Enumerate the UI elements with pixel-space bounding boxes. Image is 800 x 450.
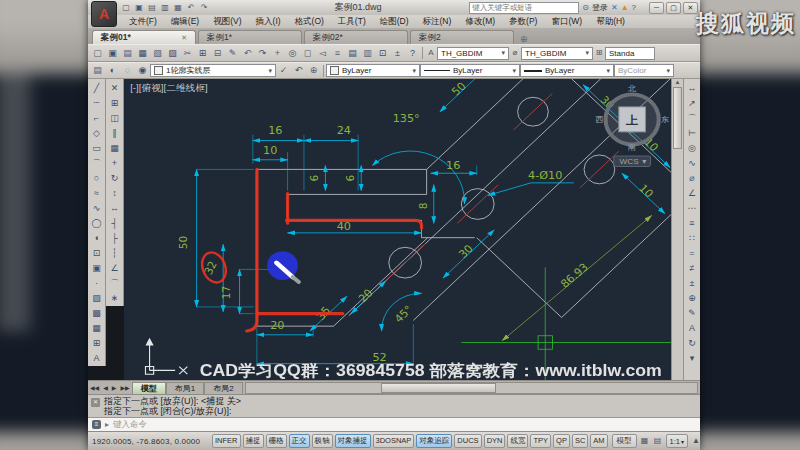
array-icon[interactable]: ▦ [107, 141, 122, 156]
new-icon[interactable]: ▢ [90, 46, 105, 61]
status-toggle-对象追踪[interactable]: 对象追踪 [416, 434, 452, 448]
table-style-select[interactable]: Standa [605, 47, 655, 60]
status-toggle-tpy[interactable]: TPY [530, 434, 551, 448]
menubar-item[interactable]: 视图(V) [206, 16, 248, 28]
trim-icon[interactable]: ┤ [107, 216, 122, 231]
line-icon[interactable]: ╱ [89, 81, 104, 96]
ellipse-arc-icon[interactable]: ◖ [89, 231, 104, 246]
dim-space-icon[interactable]: = [685, 246, 700, 261]
status-toggle-ducs[interactable]: DUCS [454, 434, 481, 448]
lock-icon[interactable]: ▲ [621, 3, 629, 12]
publish-icon[interactable]: ▨ [165, 46, 180, 61]
save-as-icon[interactable]: ▥ [159, 2, 171, 13]
layout-tab[interactable]: 布局2 [204, 382, 242, 394]
properties-icon[interactable]: ≡ [330, 46, 345, 61]
fillet-icon[interactable]: ⌒ [107, 276, 122, 291]
autocad-logo-icon[interactable]: A [91, 1, 117, 27]
file-tab[interactable]: 案例1* [198, 30, 302, 44]
dim-text-edit-icon[interactable]: A [685, 321, 700, 336]
tab-next-icon[interactable]: ▶ [110, 384, 119, 391]
save-icon[interactable]: ▤ [120, 46, 135, 61]
status-toggle-捕捉[interactable]: 捕捉 [243, 434, 264, 448]
menubar-item[interactable]: 帮助(H) [589, 16, 632, 28]
status-toggle-3dosnap[interactable]: 3DOSNAP [373, 434, 415, 448]
undo-icon[interactable]: ↶ [240, 46, 255, 61]
command-input[interactable]: 键入命令 [113, 419, 147, 431]
new-tab-icon[interactable]: ⊕ [520, 34, 528, 44]
model-viewport[interactable]: 1624106650135°164084-Ø105030101030173220… [124, 79, 671, 380]
scroll-up-icon[interactable]: ▲ [675, 79, 681, 85]
move-icon[interactable]: + [107, 156, 122, 171]
explode-icon[interactable]: ∗ [107, 291, 122, 306]
polyline-icon[interactable]: ⌐ [89, 111, 104, 126]
exchange-icon[interactable]: ✕ [611, 3, 618, 12]
menubar-item[interactable]: 插入(I) [249, 16, 288, 28]
dim-update-icon[interactable]: ↻ [685, 336, 700, 351]
restore-button[interactable]: ▢ [666, 2, 681, 14]
coordinates-readout[interactable]: 1920.0005, -76.8603, 0.0000 [92, 437, 210, 446]
help-icon[interactable]: ? [632, 3, 636, 12]
menubar-item[interactable]: 工具(T) [331, 16, 373, 28]
center-mark-icon[interactable]: ⊕ [685, 291, 700, 306]
undo-icon[interactable]: ↶ [185, 2, 197, 13]
zoom-previous-icon[interactable]: ◅ [315, 46, 330, 61]
make-block-icon[interactable]: ▣ [89, 261, 104, 276]
close-icon[interactable]: ✕ [181, 31, 187, 44]
dim-angular-icon[interactable]: ∠ [685, 186, 700, 201]
zoom-realtime-icon[interactable]: ◎ [285, 46, 300, 61]
copy-clip-icon[interactable]: ⊞ [195, 46, 210, 61]
designcenter-icon[interactable]: ▤ [345, 46, 360, 61]
layer-freeze-icon[interactable]: ◌ [120, 63, 135, 78]
mtext-icon[interactable]: A [89, 351, 104, 366]
dim-radius-icon[interactable]: ◎ [685, 141, 700, 156]
rectangle-icon[interactable]: ▭ [89, 141, 104, 156]
dim-edit-icon[interactable]: ✎ [685, 306, 700, 321]
status-toggle-线宽[interactable]: 线宽 [507, 434, 528, 448]
horizontal-scrollbar[interactable] [245, 382, 698, 394]
layout-tab[interactable]: 布局1 [166, 382, 204, 394]
ellipse-icon[interactable]: ◯ [89, 216, 104, 231]
rotate-icon[interactable]: ↻ [107, 171, 122, 186]
new-icon[interactable]: ▢ [120, 2, 132, 13]
annotation-visibility-icon[interactable]: ▲ [690, 435, 700, 447]
sheet-set-manager-icon[interactable]: ⊡ [375, 46, 390, 61]
hscroll-thumb[interactable] [381, 383, 496, 393]
menubar-item[interactable]: 标注(N) [416, 16, 459, 28]
layer-select[interactable]: 1轮廓实线层▾ [150, 64, 276, 77]
dim-style-icon[interactable]: ▾ [685, 351, 700, 366]
scale-icon[interactable]: ↕ [107, 186, 122, 201]
plot-icon[interactable]: ▦ [172, 2, 184, 13]
spline-icon[interactable]: ∿ [89, 201, 104, 216]
layer-on-off-icon[interactable]: ◐ [105, 63, 120, 78]
quickcalc-icon[interactable]: ± [390, 46, 405, 61]
dim-aligned-icon[interactable]: ↗ [685, 96, 700, 111]
status-toggle-栅格[interactable]: 栅格 [266, 434, 287, 448]
status-toggle-对象捕捉[interactable]: 对象捕捉 [335, 434, 371, 448]
revcloud-icon[interactable]: ≈ [89, 186, 104, 201]
close-icon[interactable]: ✕ [91, 398, 100, 407]
open-icon[interactable]: ▣ [133, 2, 145, 13]
status-toggle-qp[interactable]: QP [553, 434, 570, 448]
open-icon[interactable]: ▣ [105, 46, 120, 61]
status-toggle-am[interactable]: AM [590, 434, 607, 448]
model-space-button[interactable]: 模型 [612, 434, 637, 448]
stretch-icon[interactable]: ↔ [107, 201, 122, 216]
linetype-control-select[interactable]: ByLayer▾ [420, 64, 520, 77]
lineweight-control-select[interactable]: ByLayer▾ [520, 64, 614, 77]
file-tab[interactable]: 案例02* [304, 30, 408, 44]
vscroll-thumb[interactable] [673, 87, 682, 149]
save-icon[interactable]: ▤ [146, 2, 158, 13]
mirror-icon[interactable]: ◫ [107, 111, 122, 126]
tab-first-icon[interactable]: ◀◀ [88, 384, 101, 391]
infocenter-search-input[interactable] [469, 2, 579, 14]
file-tab[interactable]: 案例2 [410, 30, 514, 44]
cut-icon[interactable]: ✂ [180, 46, 195, 61]
dim-arc-length-icon[interactable]: ⌒ [685, 111, 700, 126]
menubar-item[interactable]: 格式(O) [288, 16, 331, 28]
quick-view-drawings-icon[interactable]: ▤ [652, 435, 664, 447]
customize-icon[interactable]: ≡ [92, 420, 101, 429]
polygon-icon[interactable]: ◇ [89, 126, 104, 141]
status-toggle-sc[interactable]: SC [572, 434, 588, 448]
signin-link[interactable]: 登录 [592, 2, 608, 13]
gradient-icon[interactable]: ▩ [89, 306, 104, 321]
